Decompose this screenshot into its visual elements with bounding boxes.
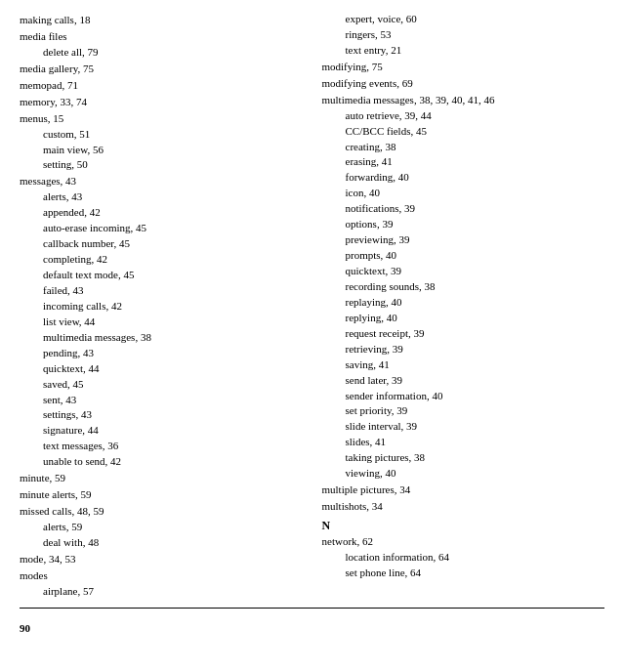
index-entry: delete all, 79 [20,45,303,61]
index-entry: appended, 42 [20,205,303,221]
index-entry: modifying events, 69 [322,76,605,92]
index-entry: viewing, 40 [322,466,605,482]
index-entry: options, 39 [322,217,605,232]
index-entry: sent, 43 [20,393,303,408]
index-entry: taking pictures, 38 [322,450,605,466]
index-entry: alerts, 43 [20,189,303,205]
index-entry: replaying, 40 [322,295,605,311]
index-entry: settings, 43 [20,407,303,423]
index-entry: messages, 43 [20,174,303,189]
index-entry: incoming calls, 42 [20,299,303,315]
index-entry: failed, 43 [20,283,303,299]
index-entry: making calls, 18 [20,13,303,28]
index-entry: minute, 59 [20,471,303,486]
index-entry: signature, 44 [20,423,303,439]
page-footer: 90 [20,622,604,634]
index-entry: erasing, 41 [322,154,605,170]
page-content: making calls, 18media filesdelete all, 7… [20,12,604,634]
index-entry: saving, 41 [322,357,605,373]
index-entry: callback number, 45 [20,236,303,252]
index-entry: list view, 44 [20,315,303,330]
index-entry: sender information, 40 [322,389,605,404]
index-entry: send later, 39 [322,373,605,389]
index-entry: multimedia messages, 38, 39, 40, 41, 46 [322,93,605,108]
index-entry: icon, 40 [322,186,605,201]
index-columns: making calls, 18media filesdelete all, 7… [20,12,604,600]
index-entry: quicktext, 39 [322,264,605,279]
index-entry: network, 62 [322,534,605,550]
index-entry: multishots, 34 [322,499,605,515]
index-entry: text messages, 36 [20,439,303,454]
index-entry: pending, 43 [20,346,303,361]
index-entry: text entry, 21 [322,43,605,59]
footer-divider [20,608,604,609]
index-entry: mode, 34, 53 [20,552,303,567]
index-entry: auto-erase incoming, 45 [20,221,303,236]
right-column: expert, voice, 60ringers, 53text entry, … [312,12,605,600]
index-entry: airplane, 57 [20,584,303,600]
index-entry: request receipt, 39 [322,326,605,342]
index-entry: previewing, 39 [322,232,605,248]
index-entry: retrieving, 39 [322,342,605,357]
index-entry: memory, 33, 74 [20,95,303,110]
index-entry: memopad, 71 [20,78,303,94]
index-entry: alerts, 59 [20,520,303,535]
index-entry: saved, 45 [20,377,303,393]
index-entry: forwarding, 40 [322,170,605,186]
index-entry: CC/BCC fields, 45 [322,124,605,140]
index-entry: recording sounds, 38 [322,279,605,295]
index-entry: prompts, 40 [322,248,605,264]
index-entry: unable to send, 42 [20,454,303,470]
index-entry: auto retrieve, 39, 44 [322,108,605,124]
index-entry: media files [20,29,303,45]
index-entry: missed calls, 48, 59 [20,504,303,520]
index-entry: deal with, 48 [20,535,303,551]
index-entry: main view, 56 [20,143,303,158]
index-entry: minute alerts, 59 [20,487,303,503]
page-number: 90 [20,622,30,634]
index-entry: multimedia messages, 38 [20,330,303,346]
index-entry: slide interval, 39 [322,419,605,435]
index-entry: set phone line, 64 [322,566,605,581]
index-entry: multiple pictures, 34 [322,483,605,498]
index-entry: notifications, 39 [322,201,605,217]
index-entry: media gallery, 75 [20,62,303,77]
index-entry: menus, 15 [20,111,303,127]
index-entry: completing, 42 [20,252,303,268]
index-entry: location information, 64 [322,550,605,566]
index-entry: creating, 38 [322,140,605,155]
index-entry: quicktext, 44 [20,361,303,377]
index-entry: set priority, 39 [322,403,605,419]
section-header: N [322,519,605,533]
index-entry: replying, 40 [322,311,605,326]
index-entry: ringers, 53 [322,27,605,43]
index-entry: modifying, 75 [322,60,605,75]
index-entry: expert, voice, 60 [322,12,605,27]
index-entry: default text mode, 45 [20,268,303,283]
index-entry: custom, 51 [20,127,303,143]
index-entry: setting, 50 [20,157,303,173]
left-column: making calls, 18media filesdelete all, 7… [20,12,312,600]
index-entry: modes [20,568,303,584]
index-entry: slides, 41 [322,435,605,450]
